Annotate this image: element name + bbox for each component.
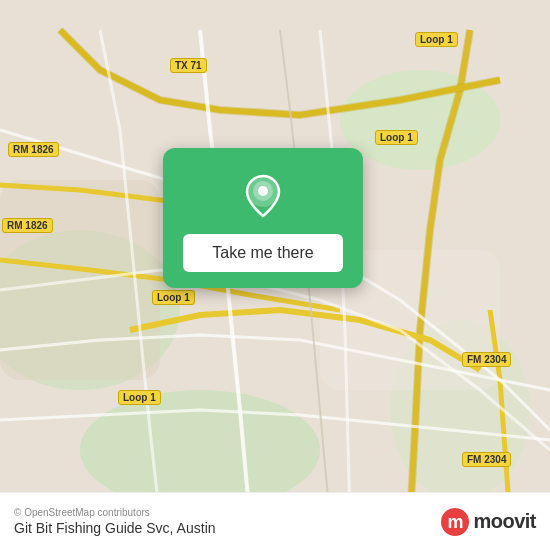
svg-point-9: [258, 186, 268, 196]
moovit-name: moovit: [473, 510, 536, 533]
copyright-text: © OpenStreetMap contributors: [14, 507, 216, 518]
road-label-fm2304-bottom: FM 2304: [462, 452, 511, 467]
road-label-tx71: TX 71: [170, 58, 207, 73]
road-label-loop1-bottom: Loop 1: [118, 390, 161, 405]
location-card: Take me there: [163, 148, 363, 288]
location-pin-icon: [237, 170, 289, 222]
road-label-rm1826-mid: RM 1826: [2, 218, 53, 233]
road-label-loop1-lower: Loop 1: [152, 290, 195, 305]
moovit-logo: m moovit: [441, 508, 536, 536]
take-me-there-button[interactable]: Take me there: [183, 234, 343, 272]
road-label-rm1826-top: RM 1826: [8, 142, 59, 157]
bottom-info: © OpenStreetMap contributors Git Bit Fis…: [14, 507, 216, 536]
bottom-bar: © OpenStreetMap contributors Git Bit Fis…: [0, 492, 550, 550]
moovit-icon: m: [441, 508, 469, 536]
road-label-fm2304-top: FM 2304: [462, 352, 511, 367]
road-label-loop1-top: Loop 1: [415, 32, 458, 47]
moovit-letter: m: [447, 513, 463, 531]
road-label-loop1-mid: Loop 1: [375, 130, 418, 145]
map-container: TX 71 Loop 1 Loop 1 Loop 1 Loop 1 RM 182…: [0, 0, 550, 550]
location-name: Git Bit Fishing Guide Svc, Austin: [14, 520, 216, 536]
